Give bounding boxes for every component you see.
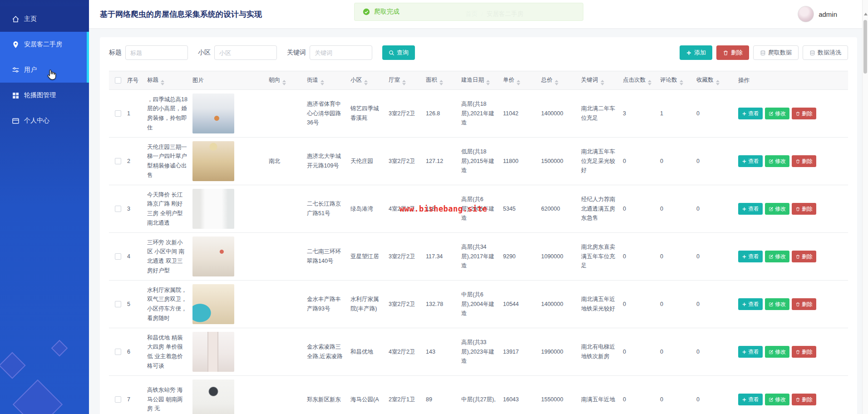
location-pin-icon bbox=[12, 41, 20, 49]
edit-button[interactable]: 修改 bbox=[765, 394, 789, 405]
edit-button[interactable]: 修改 bbox=[765, 203, 789, 215]
cell-keywords: 南北满五年车位充足采光较好 bbox=[581, 147, 623, 175]
cell-unit-price: 9290 bbox=[503, 252, 541, 261]
view-button[interactable]: 查看 bbox=[738, 394, 763, 405]
row-delete-button[interactable]: 删除 bbox=[792, 298, 816, 310]
cell-keywords: 南北有电梯近地铁次新房 bbox=[581, 342, 623, 361]
keyword-filter-label: 关键词 bbox=[287, 49, 306, 57]
cell-street: 金水索凌路三全路,近索凌路 bbox=[307, 342, 350, 361]
sort-caret[interactable] bbox=[601, 80, 604, 85]
cell-favorites: 0 bbox=[696, 157, 738, 166]
cell-favorites: 0 bbox=[696, 252, 738, 261]
decor-cube bbox=[13, 380, 63, 414]
sidebar-item-label: 轮播图管理 bbox=[24, 91, 56, 99]
keyword-filter-input[interactable] bbox=[310, 45, 372, 60]
sort-caret[interactable] bbox=[716, 80, 720, 85]
view-button[interactable]: 查看 bbox=[738, 203, 763, 215]
row-delete-button[interactable]: 删除 bbox=[792, 251, 816, 262]
cell-rooms: 3室2厅2卫 bbox=[389, 109, 426, 118]
clean-data-button[interactable]: 数据清洗 bbox=[803, 45, 848, 60]
crawl-data-button[interactable]: 爬取数据 bbox=[753, 45, 799, 60]
add-button[interactable]: 添加 bbox=[680, 45, 712, 60]
view-button[interactable]: 查看 bbox=[738, 346, 763, 358]
cell-unit-price: 5345 bbox=[503, 204, 541, 214]
view-button[interactable]: 查看 bbox=[738, 155, 763, 167]
page-scrollbar[interactable] bbox=[862, 0, 868, 414]
cell-title: 水利厅家属院，双气三房双卫，小区停车方便，看房随时 bbox=[147, 286, 192, 323]
col-favorites: 收藏数 bbox=[696, 75, 738, 85]
sidebar-item-profile[interactable]: 个人中心 bbox=[0, 108, 89, 133]
filter-bar: 标题 小区 关键词 查询 添加 删除 bbox=[109, 45, 848, 60]
cell-area: 127.12 bbox=[426, 157, 461, 166]
user-menu[interactable]: admin bbox=[798, 6, 837, 22]
table-row: 5 水利厅家属院，双气三房双卫，小区停车方便，看房随时 金水丰产路丰产路93号 … bbox=[109, 281, 848, 328]
avatar bbox=[798, 6, 814, 22]
edit-button[interactable]: 修改 bbox=[765, 346, 789, 358]
cell-title: ，四季城总高18层的小高层，婚房装修，拎包即住 bbox=[147, 95, 192, 133]
sidebar-item-users[interactable]: 用户 bbox=[0, 57, 89, 83]
search-button[interactable]: 查询 bbox=[382, 45, 415, 60]
row-checkbox[interactable] bbox=[115, 206, 121, 212]
cell-unit-price: 10544 bbox=[503, 300, 541, 309]
sort-caret[interactable] bbox=[555, 80, 558, 85]
scrollbar-thumb[interactable] bbox=[863, 20, 867, 74]
cell-built: 中层(共27层), bbox=[461, 395, 503, 404]
home-icon bbox=[12, 15, 20, 23]
sort-caret[interactable] bbox=[402, 80, 406, 85]
row-checkbox[interactable] bbox=[115, 301, 121, 307]
edit-button[interactable]: 修改 bbox=[765, 251, 789, 262]
view-button[interactable]: 查看 bbox=[738, 251, 763, 262]
scrollbar-up-arrow[interactable] bbox=[864, 13, 868, 15]
cell-title: 高铁东站旁 海马公园 朝南两房 无 bbox=[147, 385, 192, 414]
edit-button[interactable]: 修改 bbox=[765, 298, 789, 310]
page-title: 基于网络爬虫的房屋信息采集系统的设计与实现 bbox=[100, 9, 262, 20]
cell-comments: 0 bbox=[660, 204, 696, 214]
sidebar-item-home[interactable]: 主页 bbox=[0, 6, 89, 32]
edit-icon bbox=[769, 207, 774, 212]
row-delete-button[interactable]: 删除 bbox=[792, 203, 816, 215]
row-checkbox[interactable] bbox=[115, 349, 121, 355]
cell-total-price: 1500000 bbox=[541, 157, 581, 166]
sidebar-item-carousel[interactable]: 轮播图管理 bbox=[0, 83, 89, 108]
cell-community: 水利厅家属院(丰产路) bbox=[350, 295, 389, 313]
sort-caret[interactable] bbox=[364, 80, 368, 85]
title-filter-input[interactable] bbox=[125, 45, 188, 60]
row-checkbox[interactable] bbox=[115, 253, 121, 260]
cell-keywords: 南北满二年车位充足 bbox=[581, 104, 623, 123]
sort-caret[interactable] bbox=[517, 80, 520, 85]
app-window: 主页 安居客二手房 用户 轮播图管理 个人中心 基于网络爬虫的房屋 bbox=[0, 0, 868, 414]
trash-icon bbox=[795, 302, 800, 307]
cell-area: 132.78 bbox=[426, 300, 461, 309]
cell-rooms: 3室2厅2卫 bbox=[389, 252, 426, 261]
sort-caret[interactable] bbox=[161, 80, 164, 85]
edit-icon bbox=[769, 254, 774, 259]
sort-caret[interactable] bbox=[439, 80, 443, 85]
sort-caret[interactable] bbox=[321, 80, 324, 85]
sort-caret[interactable] bbox=[486, 80, 490, 85]
delete-button[interactable]: 删除 bbox=[716, 45, 749, 60]
community-filter-input[interactable] bbox=[214, 45, 277, 60]
col-built: 建造日期 bbox=[461, 75, 503, 85]
cell-unit-price: 16043 bbox=[503, 395, 541, 404]
row-delete-button[interactable]: 删除 bbox=[792, 155, 816, 167]
view-button[interactable]: 查看 bbox=[738, 108, 763, 119]
row-checkbox[interactable] bbox=[115, 158, 121, 164]
cell-community: 海马公园(A bbox=[350, 395, 389, 404]
cell-community: 亚星望江居 bbox=[350, 252, 389, 261]
cell-no: 2 bbox=[127, 157, 147, 166]
sidebar-item-anjuke-resale[interactable]: 安居客二手房 bbox=[0, 32, 89, 57]
edit-button[interactable]: 修改 bbox=[765, 155, 789, 167]
row-checkbox[interactable] bbox=[115, 110, 121, 117]
listing-photo bbox=[192, 380, 234, 414]
row-delete-button[interactable]: 删除 bbox=[792, 108, 816, 119]
view-button[interactable]: 查看 bbox=[738, 298, 763, 310]
row-delete-button[interactable]: 删除 bbox=[792, 346, 816, 358]
select-all-checkbox[interactable] bbox=[115, 77, 121, 84]
row-checkbox[interactable] bbox=[115, 396, 121, 403]
edit-button[interactable]: 修改 bbox=[765, 108, 789, 119]
col-unit-price: 单价 bbox=[503, 75, 541, 85]
sort-caret[interactable] bbox=[648, 80, 651, 85]
sort-caret[interactable] bbox=[680, 80, 683, 85]
sort-caret[interactable] bbox=[282, 80, 286, 85]
row-delete-button[interactable]: 删除 bbox=[792, 394, 816, 405]
